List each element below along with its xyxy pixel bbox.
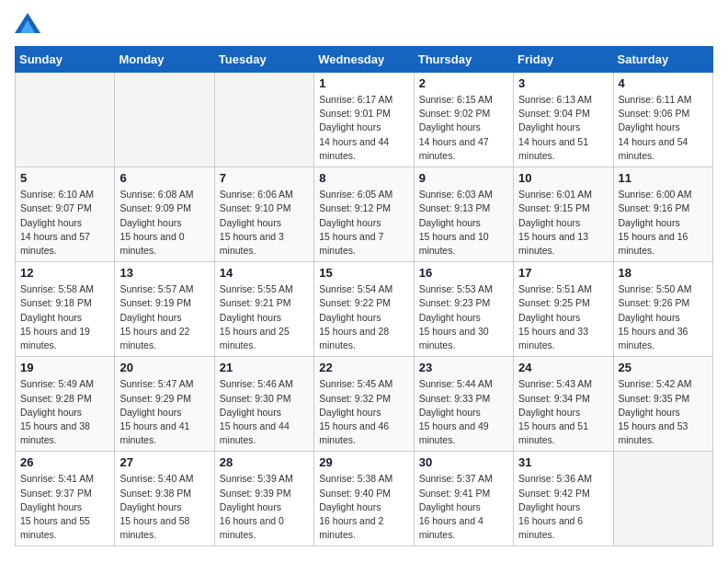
calendar-cell: 23Sunrise: 5:44 AMSunset: 9:33 PMDayligh… — [414, 357, 513, 452]
day-number: 13 — [119, 266, 209, 280]
calendar-cell: 6Sunrise: 6:08 AMSunset: 9:09 PMDaylight… — [115, 167, 214, 262]
day-number: 20 — [119, 361, 209, 374]
calendar-cell: 11Sunrise: 6:00 AMSunset: 9:16 PMDayligh… — [613, 167, 712, 262]
day-number: 21 — [220, 361, 309, 374]
calendar-cell: 1Sunrise: 6:17 AMSunset: 9:01 PMDaylight… — [314, 73, 414, 167]
day-detail: Sunrise: 5:47 AMSunset: 9:29 PMDaylight … — [119, 377, 209, 447]
calendar-cell: 19Sunrise: 5:49 AMSunset: 9:28 PMDayligh… — [16, 357, 115, 452]
logo-icon — [15, 13, 40, 33]
day-number: 11 — [619, 171, 708, 185]
day-number: 19 — [20, 361, 109, 374]
calendar-cell: 21Sunrise: 5:46 AMSunset: 9:30 PMDayligh… — [214, 357, 313, 452]
day-detail: Sunrise: 5:36 AMSunset: 9:42 PMDaylight … — [518, 472, 608, 542]
calendar-cell: 29Sunrise: 5:38 AMSunset: 9:40 PMDayligh… — [314, 452, 414, 546]
day-number: 6 — [119, 171, 209, 185]
calendar-cell: 5Sunrise: 6:10 AMSunset: 9:07 PMDaylight… — [16, 167, 115, 262]
calendar-cell: 27Sunrise: 5:40 AMSunset: 9:38 PMDayligh… — [115, 452, 214, 546]
calendar-cell: 25Sunrise: 5:42 AMSunset: 9:35 PMDayligh… — [613, 357, 712, 452]
day-detail: Sunrise: 6:08 AMSunset: 9:09 PMDaylight … — [119, 188, 209, 258]
day-detail: Sunrise: 5:39 AMSunset: 9:39 PMDaylight … — [220, 472, 309, 542]
day-detail: Sunrise: 5:40 AMSunset: 9:38 PMDaylight … — [119, 472, 209, 542]
calendar-cell — [214, 73, 313, 167]
day-number: 18 — [619, 266, 708, 280]
day-number: 3 — [518, 76, 608, 90]
day-number: 1 — [319, 76, 408, 90]
day-detail: Sunrise: 6:11 AMSunset: 9:06 PMDaylight … — [619, 93, 708, 163]
day-header-saturday: Saturday — [613, 47, 712, 73]
day-detail: Sunrise: 5:50 AMSunset: 9:26 PMDaylight … — [619, 282, 708, 352]
day-detail: Sunrise: 6:10 AMSunset: 9:07 PMDaylight … — [20, 188, 109, 258]
calendar-cell: 24Sunrise: 5:43 AMSunset: 9:34 PMDayligh… — [514, 357, 613, 452]
day-detail: Sunrise: 5:55 AMSunset: 9:21 PMDaylight … — [220, 282, 309, 352]
week-row-5: 26Sunrise: 5:41 AMSunset: 9:37 PMDayligh… — [16, 452, 713, 546]
day-header-sunday: Sunday — [16, 47, 115, 73]
day-number: 29 — [319, 455, 408, 469]
week-row-4: 19Sunrise: 5:49 AMSunset: 9:28 PMDayligh… — [16, 357, 713, 452]
day-detail: Sunrise: 5:53 AMSunset: 9:23 PMDaylight … — [419, 282, 508, 352]
week-row-1: 1Sunrise: 6:17 AMSunset: 9:01 PMDaylight… — [16, 73, 713, 167]
week-row-2: 5Sunrise: 6:10 AMSunset: 9:07 PMDaylight… — [16, 167, 713, 262]
day-header-friday: Friday — [514, 47, 613, 73]
calendar-cell: 12Sunrise: 5:58 AMSunset: 9:18 PMDayligh… — [16, 262, 115, 357]
calendar-cell: 17Sunrise: 5:51 AMSunset: 9:25 PMDayligh… — [514, 262, 613, 357]
day-detail: Sunrise: 5:44 AMSunset: 9:33 PMDaylight … — [419, 377, 508, 447]
calendar-cell: 30Sunrise: 5:37 AMSunset: 9:41 PMDayligh… — [414, 452, 513, 546]
calendar-cell — [613, 452, 712, 546]
calendar-cell: 10Sunrise: 6:01 AMSunset: 9:15 PMDayligh… — [514, 167, 613, 262]
day-detail: Sunrise: 5:42 AMSunset: 9:35 PMDaylight … — [619, 377, 708, 447]
calendar-cell — [16, 73, 115, 167]
day-number: 15 — [319, 266, 408, 280]
day-detail: Sunrise: 5:49 AMSunset: 9:28 PMDaylight … — [20, 377, 109, 447]
day-number: 28 — [220, 455, 309, 469]
calendar-cell: 20Sunrise: 5:47 AMSunset: 9:29 PMDayligh… — [115, 357, 214, 452]
day-number: 8 — [319, 171, 408, 185]
day-number: 12 — [20, 266, 109, 280]
day-number: 24 — [518, 361, 608, 374]
day-detail: Sunrise: 6:06 AMSunset: 9:10 PMDaylight … — [220, 188, 309, 258]
day-number: 10 — [518, 171, 608, 185]
day-detail: Sunrise: 5:37 AMSunset: 9:41 PMDaylight … — [419, 472, 508, 542]
calendar-cell: 13Sunrise: 5:57 AMSunset: 9:19 PMDayligh… — [115, 262, 214, 357]
calendar-cell: 15Sunrise: 5:54 AMSunset: 9:22 PMDayligh… — [314, 262, 414, 357]
day-number: 16 — [419, 266, 508, 280]
logo — [15, 15, 42, 35]
day-number: 7 — [220, 171, 309, 185]
day-number: 14 — [220, 266, 309, 280]
day-detail: Sunrise: 5:54 AMSunset: 9:22 PMDaylight … — [319, 282, 408, 352]
day-detail: Sunrise: 5:45 AMSunset: 9:32 PMDaylight … — [319, 377, 408, 447]
day-number: 2 — [419, 76, 508, 90]
day-header-wednesday: Wednesday — [314, 47, 414, 73]
calendar-cell: 14Sunrise: 5:55 AMSunset: 9:21 PMDayligh… — [214, 262, 313, 357]
header — [15, 15, 713, 35]
calendar-cell: 22Sunrise: 5:45 AMSunset: 9:32 PMDayligh… — [314, 357, 414, 452]
day-detail: Sunrise: 6:15 AMSunset: 9:02 PMDaylight … — [419, 93, 508, 163]
calendar-cell: 3Sunrise: 6:13 AMSunset: 9:04 PMDaylight… — [514, 73, 613, 167]
day-detail: Sunrise: 6:00 AMSunset: 9:16 PMDaylight … — [619, 188, 708, 258]
day-detail: Sunrise: 5:58 AMSunset: 9:18 PMDaylight … — [20, 282, 109, 352]
calendar-cell: 4Sunrise: 6:11 AMSunset: 9:06 PMDaylight… — [613, 73, 712, 167]
day-detail: Sunrise: 6:01 AMSunset: 9:15 PMDaylight … — [518, 188, 608, 258]
day-detail: Sunrise: 6:13 AMSunset: 9:04 PMDaylight … — [518, 93, 608, 163]
day-detail: Sunrise: 5:57 AMSunset: 9:19 PMDaylight … — [119, 282, 209, 352]
day-number: 22 — [319, 361, 408, 374]
day-detail: Sunrise: 5:46 AMSunset: 9:30 PMDaylight … — [220, 377, 309, 447]
day-number: 25 — [619, 361, 708, 374]
day-number: 5 — [20, 171, 109, 185]
header-row: SundayMondayTuesdayWednesdayThursdayFrid… — [16, 47, 713, 73]
day-detail: Sunrise: 6:03 AMSunset: 9:13 PMDaylight … — [419, 188, 508, 258]
calendar-table: SundayMondayTuesdayWednesdayThursdayFrid… — [15, 46, 713, 546]
calendar-cell: 9Sunrise: 6:03 AMSunset: 9:13 PMDaylight… — [414, 167, 513, 262]
day-detail: Sunrise: 5:38 AMSunset: 9:40 PMDaylight … — [319, 472, 408, 542]
calendar-cell — [115, 73, 214, 167]
day-detail: Sunrise: 5:43 AMSunset: 9:34 PMDaylight … — [518, 377, 608, 447]
day-header-thursday: Thursday — [414, 47, 513, 73]
day-number: 4 — [619, 76, 708, 90]
day-header-tuesday: Tuesday — [214, 47, 313, 73]
calendar-cell: 18Sunrise: 5:50 AMSunset: 9:26 PMDayligh… — [613, 262, 712, 357]
week-row-3: 12Sunrise: 5:58 AMSunset: 9:18 PMDayligh… — [16, 262, 713, 357]
day-detail: Sunrise: 5:51 AMSunset: 9:25 PMDaylight … — [518, 282, 608, 352]
day-number: 30 — [419, 455, 508, 469]
calendar-cell: 28Sunrise: 5:39 AMSunset: 9:39 PMDayligh… — [214, 452, 313, 546]
day-number: 17 — [518, 266, 608, 280]
day-detail: Sunrise: 6:05 AMSunset: 9:12 PMDaylight … — [319, 188, 408, 258]
